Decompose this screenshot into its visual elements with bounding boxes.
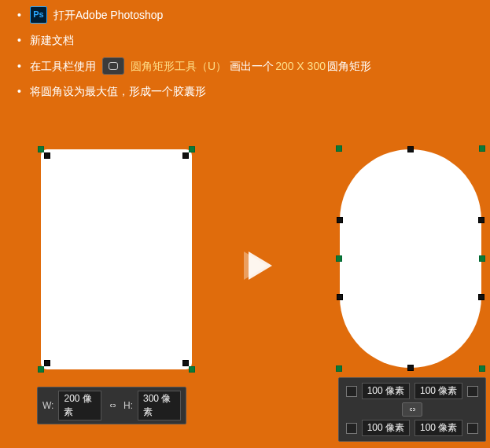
checkbox-br[interactable] [467, 423, 478, 434]
instruction-1-text: 打开Adobe Photoshop [53, 6, 163, 24]
instruction-item-4: 将圆角设为最大值，形成一个胶囊形 [16, 83, 474, 100]
width-label: W: [42, 400, 53, 411]
instruction-list: Ps 打开Adobe Photoshop 新建文档 在工具栏使用 圆角矩形工具（… [16, 6, 474, 101]
bbox-handle-mr[interactable] [479, 255, 485, 262]
link-wh-icon[interactable] [106, 399, 119, 412]
checkbox-bl[interactable] [346, 423, 357, 434]
instruction-3-dims: 200 X 300 [275, 57, 326, 75]
bbox-handle-ml[interactable] [336, 255, 342, 262]
instruction-2-text: 新建文档 [30, 31, 74, 49]
radius-br-input[interactable]: 100 像素 [414, 420, 462, 436]
handle-top-right[interactable] [181, 146, 195, 160]
shape-rounded-rectangle-body [41, 149, 192, 369]
radius-tl-input[interactable]: 100 像素 [362, 383, 410, 399]
radius-bl-input[interactable]: 100 像素 [362, 420, 410, 436]
corner-radius-toolbar: 100 像素 100 像素 100 像素 100 像素 [338, 377, 486, 442]
bbox-handle-br[interactable] [479, 365, 485, 372]
instruction-3-post: 圆角矩形 [327, 57, 371, 75]
instruction-4-text: 将圆角设为最大值，形成一个胶囊形 [30, 83, 206, 100]
arrow-icon [249, 252, 272, 280]
shape-rounded-rectangle[interactable] [41, 149, 192, 369]
handle-top-left[interactable] [38, 146, 52, 160]
checkbox-tl[interactable] [346, 386, 357, 397]
instruction-item-1: Ps 打开Adobe Photoshop [16, 6, 474, 24]
height-label: H: [123, 400, 133, 411]
instruction-item-2: 新建文档 [16, 31, 474, 49]
radius-tr-input[interactable]: 100 像素 [414, 383, 462, 399]
handle-bottom-right[interactable] [181, 358, 195, 373]
illustration-area: W: 200 像素 H: 300 像素 100 像素 100 像素 100 像素… [0, 134, 490, 448]
instruction-3-tool-label: 圆角矩形工具（U） [131, 57, 227, 75]
rounded-rectangle-tool-icon [102, 57, 124, 75]
shape-capsule[interactable] [340, 149, 481, 368]
checkbox-tr[interactable] [467, 386, 478, 397]
handle-bottom-left[interactable] [38, 358, 52, 373]
bbox-handle-bl[interactable] [336, 365, 342, 372]
photoshop-icon: Ps [30, 6, 47, 24]
link-corners-icon[interactable] [402, 402, 422, 417]
instruction-3-pre: 在工具栏使用 [30, 57, 96, 75]
size-toolbar: W: 200 像素 H: 300 像素 [37, 387, 186, 424]
height-input[interactable]: 300 像素 [138, 391, 181, 420]
bounding-box [339, 149, 482, 369]
instruction-item-3: 在工具栏使用 圆角矩形工具（U） 画出一个 200 X 300 圆角矩形 [16, 57, 474, 75]
width-input[interactable]: 200 像素 [58, 391, 101, 420]
bbox-handle-tl[interactable] [336, 145, 342, 152]
instruction-3-mid: 画出一个 [230, 57, 274, 75]
bbox-handle-tr[interactable] [479, 145, 485, 152]
